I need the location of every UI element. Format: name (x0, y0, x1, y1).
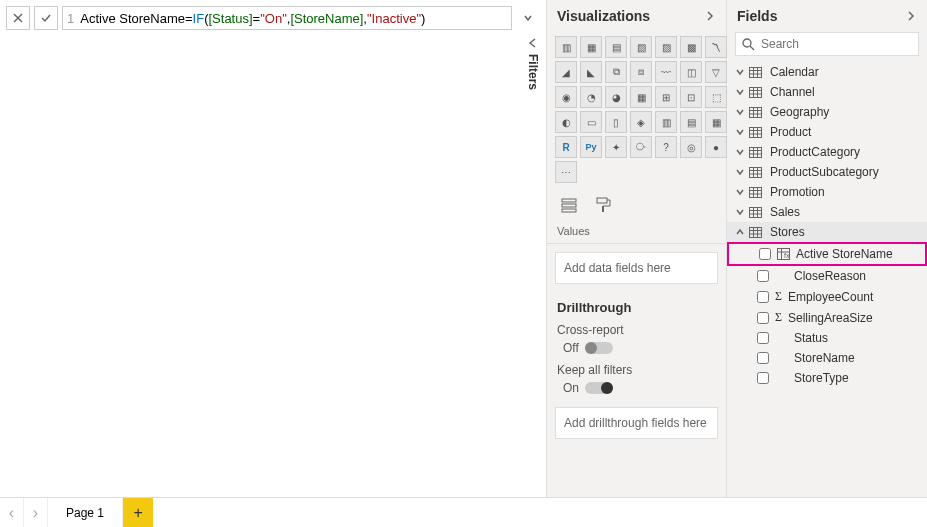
field-checkbox[interactable] (757, 372, 769, 384)
chevron-down-icon (735, 187, 745, 197)
viz-decomposition-tree[interactable]: ⧂ (630, 136, 652, 158)
visualizations-header[interactable]: Visualizations (547, 0, 726, 32)
viz-qna[interactable]: ? (655, 136, 677, 158)
viz-100-stacked-column[interactable]: ▩ (680, 36, 702, 58)
field-sellingareasize[interactable]: ΣSellingAreaSize (727, 307, 927, 328)
paint-roller-icon (594, 196, 612, 214)
page-tab-1[interactable]: Page 1 (48, 498, 123, 527)
filters-label: Filters (526, 54, 540, 90)
field-employeecount[interactable]: ΣEmployeeCount (727, 286, 927, 307)
page-tabs-bar: ‹ › Page 1 + (0, 497, 927, 527)
formula-cancel-button[interactable] (6, 6, 30, 30)
viz-pie[interactable]: ◔ (580, 86, 602, 108)
drillthrough-header: Drillthrough (547, 292, 726, 319)
viz-python-visual[interactable]: Py (580, 136, 602, 158)
field-checkbox[interactable] (757, 352, 769, 364)
svg-rect-17 (750, 87, 762, 97)
viz-line-clustered-column[interactable]: ⧈ (630, 61, 652, 83)
chevron-down-icon (735, 67, 745, 77)
field-active-storename[interactable]: fxActive StoreName (727, 242, 927, 266)
viz-donut[interactable]: ◕ (605, 86, 627, 108)
svg-rect-22 (750, 107, 762, 117)
field-checkbox[interactable] (759, 248, 771, 260)
fields-header[interactable]: Fields (727, 0, 927, 32)
field-checkbox[interactable] (757, 332, 769, 344)
viz-stacked-column[interactable]: ▦ (580, 36, 602, 58)
viz-shape-map[interactable]: ⬚ (705, 86, 727, 108)
field-closereason[interactable]: CloseReason (727, 266, 927, 286)
viz-multi-row-card[interactable]: ▯ (605, 111, 627, 133)
tab-nav-prev[interactable]: ‹ (0, 498, 24, 527)
tab-nav-next[interactable]: › (24, 498, 48, 527)
report-canvas[interactable] (0, 30, 546, 497)
keep-filters-toggle[interactable]: On (557, 381, 716, 395)
visualizations-pane: Visualizations ▥▦▤▧▨▩〽◢◣⧉⧈〰◫▽◉◔◕▦⊞⊡⬚◐▭▯◈… (547, 0, 727, 497)
formula-expand-button[interactable] (516, 6, 540, 30)
field-checkbox[interactable] (757, 312, 769, 324)
viz-ribbon[interactable]: 〰 (655, 61, 677, 83)
table-sales[interactable]: Sales (727, 202, 927, 222)
viz-key-influencers[interactable]: ✦ (605, 136, 627, 158)
viz-line-stacked-column[interactable]: ⧉ (605, 61, 627, 83)
viz-100-stacked-bar[interactable]: ▨ (655, 36, 677, 58)
viz-paginated[interactable]: ◎ (680, 136, 702, 158)
formula-commit-button[interactable] (34, 6, 58, 30)
viz-line[interactable]: 〽 (705, 36, 727, 58)
filters-pane-collapsed[interactable]: Filters (520, 30, 546, 130)
viz-card[interactable]: ▭ (580, 111, 602, 133)
add-page-button[interactable]: + (123, 498, 153, 527)
viz-scatter[interactable]: ◉ (555, 86, 577, 108)
viz-clustered-column[interactable]: ▧ (630, 36, 652, 58)
table-productsubcategory[interactable]: ProductSubcategory (727, 162, 927, 182)
table-geography[interactable]: Geography (727, 102, 927, 122)
fields-well-tab[interactable] (557, 193, 581, 217)
viz-map[interactable]: ⊞ (655, 86, 677, 108)
field-checkbox[interactable] (757, 270, 769, 282)
viz-waterfall[interactable]: ◫ (680, 61, 702, 83)
drillthrough-drop-well[interactable]: Add drillthrough fields here (555, 407, 718, 439)
viz-matrix[interactable]: ▦ (705, 111, 727, 133)
format-tab[interactable] (591, 193, 615, 217)
values-label: Values (547, 223, 726, 244)
table-promotion[interactable]: Promotion (727, 182, 927, 202)
svg-rect-5 (597, 198, 607, 203)
viz-r-visual[interactable]: R (555, 136, 577, 158)
svg-rect-42 (750, 187, 762, 197)
svg-rect-4 (562, 209, 576, 212)
viz-gauge[interactable]: ◐ (555, 111, 577, 133)
viz-more[interactable]: ⋯ (555, 161, 577, 183)
viz-stacked-area[interactable]: ◣ (580, 61, 602, 83)
viz-slicer[interactable]: ▥ (655, 111, 677, 133)
viz-area[interactable]: ◢ (555, 61, 577, 83)
field-storetype[interactable]: StoreType (727, 368, 927, 388)
viz-treemap[interactable]: ▦ (630, 86, 652, 108)
close-icon (12, 12, 24, 24)
viz-filled-map[interactable]: ⊡ (680, 86, 702, 108)
search-input[interactable] (761, 37, 912, 51)
field-checkbox[interactable] (757, 291, 769, 303)
field-status[interactable]: Status (727, 328, 927, 348)
chevron-down-icon (523, 13, 533, 23)
values-drop-well[interactable]: Add data fields here (555, 252, 718, 284)
chevron-left-icon (526, 38, 540, 48)
field-storename[interactable]: StoreName (727, 348, 927, 368)
table-icon (749, 147, 762, 158)
table-calendar[interactable]: Calendar (727, 62, 927, 82)
table-productcategory[interactable]: ProductCategory (727, 142, 927, 162)
cross-report-toggle[interactable]: Off (557, 341, 716, 355)
svg-rect-2 (562, 199, 576, 202)
fields-search[interactable] (735, 32, 919, 56)
viz-table[interactable]: ▤ (680, 111, 702, 133)
viz-stacked-bar[interactable]: ▥ (555, 36, 577, 58)
viz-funnel[interactable]: ▽ (705, 61, 727, 83)
visualization-gallery: ▥▦▤▧▨▩〽◢◣⧉⧈〰◫▽◉◔◕▦⊞⊡⬚◐▭▯◈▥▤▦RPy✦⧂?◎●⋯ (547, 32, 726, 187)
table-icon (749, 127, 762, 138)
viz-clustered-bar[interactable]: ▤ (605, 36, 627, 58)
table-product[interactable]: Product (727, 122, 927, 142)
formula-input[interactable]: 1 Active StoreName = IF ( [Status] = "On… (62, 6, 512, 30)
table-channel[interactable]: Channel (727, 82, 927, 102)
chevron-right-icon (704, 10, 716, 22)
viz-arcgis[interactable]: ● (705, 136, 727, 158)
table-stores[interactable]: Stores (727, 222, 927, 242)
viz-kpi[interactable]: ◈ (630, 111, 652, 133)
